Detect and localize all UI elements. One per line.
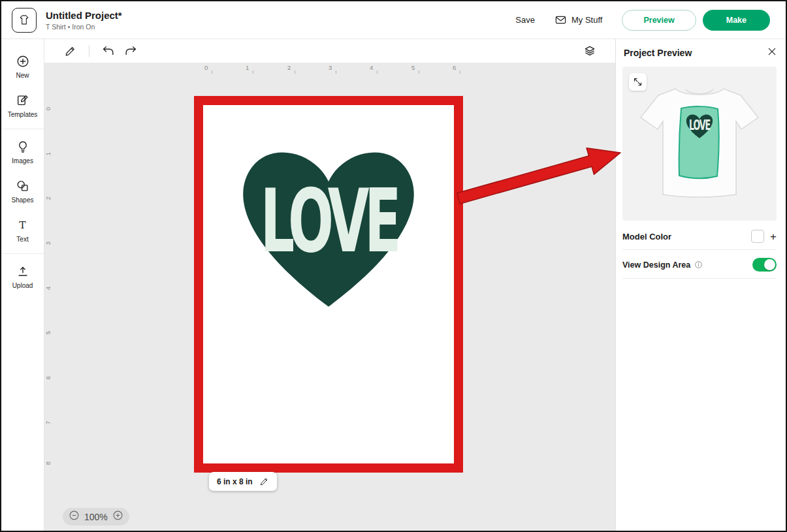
sidebar-item-label: Upload <box>12 282 33 289</box>
ruler-number: 6 <box>453 64 456 71</box>
minus-circle-icon <box>69 510 80 521</box>
project-type-button[interactable] <box>12 8 37 33</box>
project-subtitle: T Shirt • Iron On <box>46 23 122 31</box>
zoom-out-button[interactable] <box>69 510 80 524</box>
model-color-label: Model Color <box>622 232 671 242</box>
sidebar-divider <box>1 129 44 129</box>
ruler-number: 6 <box>44 376 52 379</box>
ruler-number: 0 <box>44 107 52 110</box>
sidebar-item-upload[interactable]: Upload <box>1 257 44 296</box>
zoom-in-button[interactable] <box>112 510 123 524</box>
ruler-number: 2 <box>44 196 52 200</box>
sidebar-item-label: Text <box>16 236 28 243</box>
info-icon[interactable] <box>694 260 703 269</box>
plus-circle-icon <box>16 54 30 69</box>
app-header: Untitled Project* T Shirt • Iron On Save… <box>1 1 786 39</box>
love-heart-design[interactable] <box>227 134 430 327</box>
design-app-window: Untitled Project* T Shirt • Iron On Save… <box>0 0 787 532</box>
pencil-icon <box>64 45 76 57</box>
edit-button[interactable] <box>61 42 78 59</box>
zoom-control: 100% <box>63 508 129 525</box>
layers-button[interactable] <box>581 42 598 59</box>
ruler-number: 4 <box>44 287 52 290</box>
close-panel-button[interactable] <box>767 46 777 59</box>
sidebar-item-templates[interactable]: Templates <box>1 86 44 125</box>
artboard-size-pill[interactable]: 6 in x 8 in <box>209 472 277 491</box>
ruler-number: 1 <box>246 64 249 71</box>
artboard-size-label: 6 in x 8 in <box>217 477 253 486</box>
header-actions: Save My Stuff Preview Make <box>515 10 770 31</box>
artboard-red-highlight-frame <box>194 96 463 473</box>
expand-icon <box>633 77 643 87</box>
sidebar-item-label: Shapes <box>12 196 34 204</box>
view-design-area-label: View Design Area <box>622 260 690 270</box>
sidebar-item-label: Templates <box>8 111 38 118</box>
my-stuff-label: My Stuff <box>571 15 602 25</box>
view-design-area-toggle[interactable] <box>752 258 777 272</box>
design-canvas[interactable]: 0 1 2 3 4 5 6 0 1 2 3 4 5 6 7 8 <box>44 63 615 532</box>
model-color-swatch[interactable] <box>751 230 764 243</box>
svg-text:T: T <box>19 219 26 231</box>
envelope-icon <box>554 14 567 26</box>
ruler-number: 3 <box>329 64 332 71</box>
my-stuff-button[interactable]: My Stuff <box>554 14 602 26</box>
plus-circle-icon <box>112 510 123 521</box>
sidebar-item-shapes[interactable]: Shapes <box>1 172 44 211</box>
ruler-number: 8 <box>44 462 52 465</box>
panel-divider <box>622 249 777 250</box>
sidebar-divider <box>1 253 44 254</box>
shirt-preview-card <box>622 67 777 221</box>
pencil-icon <box>259 477 269 486</box>
expand-preview-button[interactable] <box>629 73 647 91</box>
view-design-area-row: View Design Area <box>622 258 777 272</box>
layers-icon <box>583 44 596 57</box>
preview-button[interactable]: Preview <box>622 10 696 31</box>
panel-divider <box>622 278 777 279</box>
model-color-row: Model Color + <box>622 230 777 243</box>
shirt-preview <box>632 70 767 218</box>
panel-title: Project Preview <box>624 48 692 58</box>
add-color-button[interactable]: + <box>770 231 777 242</box>
sidebar-item-label: New <box>16 72 29 79</box>
sidebar-item-label: Images <box>12 157 33 164</box>
sidebar-item-images[interactable]: Images <box>1 133 44 172</box>
upload-arrow-icon <box>16 264 30 279</box>
sidebar-item-new[interactable]: New <box>1 47 44 86</box>
ruler-number: 5 <box>411 64 415 71</box>
template-pencil-icon <box>16 93 30 108</box>
zoom-level: 100% <box>84 512 108 522</box>
ruler-number: 0 <box>204 64 208 71</box>
canvas-toolbar <box>44 39 615 63</box>
save-button[interactable]: Save <box>515 15 535 25</box>
lightbulb-icon <box>16 140 30 154</box>
project-title: Untitled Project* <box>46 10 122 21</box>
shapes-icon <box>16 179 30 193</box>
ruler-number: 3 <box>44 242 52 245</box>
project-preview-panel: Project Preview <box>615 39 786 531</box>
ruler-number: 2 <box>287 64 291 71</box>
ruler-number: 7 <box>44 421 52 424</box>
make-button[interactable]: Make <box>703 10 770 31</box>
undo-button[interactable] <box>100 42 117 59</box>
text-t-icon: T <box>16 218 30 232</box>
ruler-number: 1 <box>44 152 52 155</box>
ruler-number: 5 <box>44 331 52 334</box>
redo-icon <box>124 45 137 57</box>
toggle-knob <box>764 259 775 270</box>
toolbar-divider <box>89 45 89 57</box>
sidebar-item-text[interactable]: T Text <box>1 211 44 250</box>
left-sidebar: New Templates Images Shapes T <box>1 39 44 531</box>
undo-icon <box>102 45 115 57</box>
project-title-block: Untitled Project* T Shirt • Iron On <box>46 10 122 31</box>
redo-button[interactable] <box>122 42 139 59</box>
close-icon <box>767 46 777 57</box>
tshirt-icon <box>18 14 31 27</box>
ruler-number: 4 <box>370 64 373 71</box>
